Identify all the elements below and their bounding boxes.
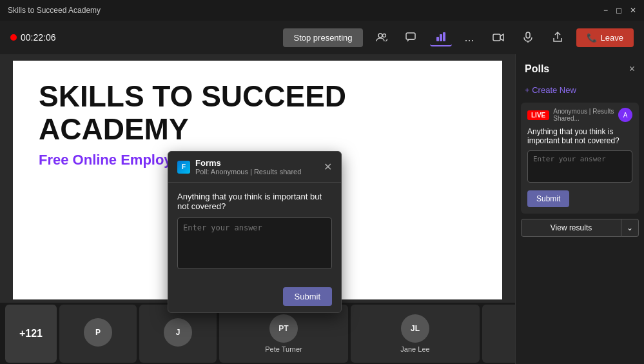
app-title: Skills to Succeed Academy xyxy=(8,6,101,15)
view-results-button[interactable]: View results xyxy=(521,219,621,237)
svg-rect-2 xyxy=(406,33,415,39)
participant-tile: P xyxy=(59,305,137,363)
popup-body: Anything that you think is important but… xyxy=(168,183,341,281)
poll-question: Anything that you think is important but… xyxy=(521,125,639,150)
participant-tile-pete: PT Pete Turner xyxy=(219,305,348,363)
panel-header: Polls × xyxy=(516,54,644,81)
popup-footer: Submit xyxy=(168,281,341,312)
participants-icon-button[interactable] xyxy=(371,29,393,46)
forms-popup: F Forms Poll: Anonymous | Results shared… xyxy=(168,151,342,313)
popup-submit-button[interactable]: Submit xyxy=(283,287,332,306)
minimize-icon[interactable]: − xyxy=(603,6,608,15)
create-new-button[interactable]: + Create New xyxy=(516,81,644,103)
poll-meta: Anonymous | Results Shared... xyxy=(553,108,614,122)
svg-point-0 xyxy=(378,34,382,37)
participant-tile-jane: JL Jane Lee xyxy=(351,305,480,363)
chat-icon-button[interactable] xyxy=(400,29,422,46)
poll-answer-input[interactable] xyxy=(527,150,632,183)
polls-icon-button[interactable] xyxy=(430,28,452,46)
popup-header-text: Forms Poll: Anonymous | Results shared xyxy=(195,158,318,176)
window-controls: − ◻ ✕ xyxy=(603,6,636,15)
svg-rect-7 xyxy=(526,32,530,38)
participant-tile-jacky: JR Jacky Roys xyxy=(482,305,515,363)
toolbar: 00:22:06 Stop presenting ... xyxy=(0,21,644,54)
participant-name: Jane Lee xyxy=(400,345,429,353)
polls-panel: Polls × + Create New LIVE Anonymous | Re… xyxy=(515,54,644,364)
extra-participants-tile: +121 xyxy=(5,305,57,363)
poll-avatar: A xyxy=(618,108,632,122)
svg-rect-3 xyxy=(436,37,439,41)
poll-submit-button[interactable]: Submit xyxy=(527,190,569,207)
svg-point-1 xyxy=(382,34,385,37)
svg-rect-6 xyxy=(493,34,500,41)
timer-text: 00:22:06 xyxy=(21,32,56,43)
leave-button[interactable]: 📞 Leave xyxy=(576,28,634,47)
share-icon-button[interactable] xyxy=(547,29,569,46)
participant-tile: J xyxy=(139,305,217,363)
live-badge: LIVE xyxy=(527,110,549,120)
avatar: PT xyxy=(269,314,298,343)
restore-icon[interactable]: ◻ xyxy=(616,6,622,15)
popup-close-button[interactable]: ✕ xyxy=(324,161,332,173)
view-results-row: View results ⌄ xyxy=(521,219,639,237)
svg-rect-5 xyxy=(443,32,445,41)
popup-question: Anything that you think is important but… xyxy=(177,192,332,211)
title-bar: Skills to Succeed Academy − ◻ ✕ xyxy=(0,0,644,21)
avatar: J xyxy=(164,318,192,347)
panel-close-button[interactable]: × xyxy=(629,63,635,75)
avatar: P xyxy=(84,318,112,347)
more-options-button[interactable]: ... xyxy=(460,28,480,47)
camera-icon-button[interactable] xyxy=(487,29,509,46)
slide-heading: SKILLS TO SUCCEED ACADEMY xyxy=(39,80,476,145)
more-dots: ... xyxy=(465,31,474,45)
leave-phone-icon: 📞 xyxy=(587,33,597,43)
stop-presenting-button[interactable]: Stop presenting xyxy=(283,28,362,47)
popup-answer-input[interactable] xyxy=(177,217,332,269)
popup-header: F Forms Poll: Anonymous | Results shared… xyxy=(168,152,341,183)
timer-display: 00:22:06 xyxy=(10,32,56,43)
popup-subtitle: Poll: Anonymous | Results shared xyxy=(195,168,318,176)
forms-icon: F xyxy=(177,161,190,174)
leave-label: Leave xyxy=(601,33,623,43)
participant-name: Pete Turner xyxy=(265,345,302,353)
panel-title: Polls xyxy=(525,63,549,75)
poll-item: LIVE Anonymous | Results Shared... A Any… xyxy=(521,103,639,214)
popup-title: Forms xyxy=(195,158,318,168)
mic-icon-button[interactable] xyxy=(517,29,539,46)
presentation-area: SKILLS TO SUCCEED ACADEMY Free Online Em… xyxy=(0,54,515,364)
main-area: SKILLS TO SUCCEED ACADEMY Free Online Em… xyxy=(0,54,644,364)
poll-badge-row: LIVE Anonymous | Results Shared... A xyxy=(521,103,639,125)
close-icon[interactable]: ✕ xyxy=(630,6,636,15)
recording-indicator xyxy=(10,34,17,41)
svg-rect-4 xyxy=(440,34,442,41)
avatar: JL xyxy=(401,314,429,343)
participants-count: +121 xyxy=(19,328,43,339)
view-results-chevron-button[interactable]: ⌄ xyxy=(621,219,639,237)
